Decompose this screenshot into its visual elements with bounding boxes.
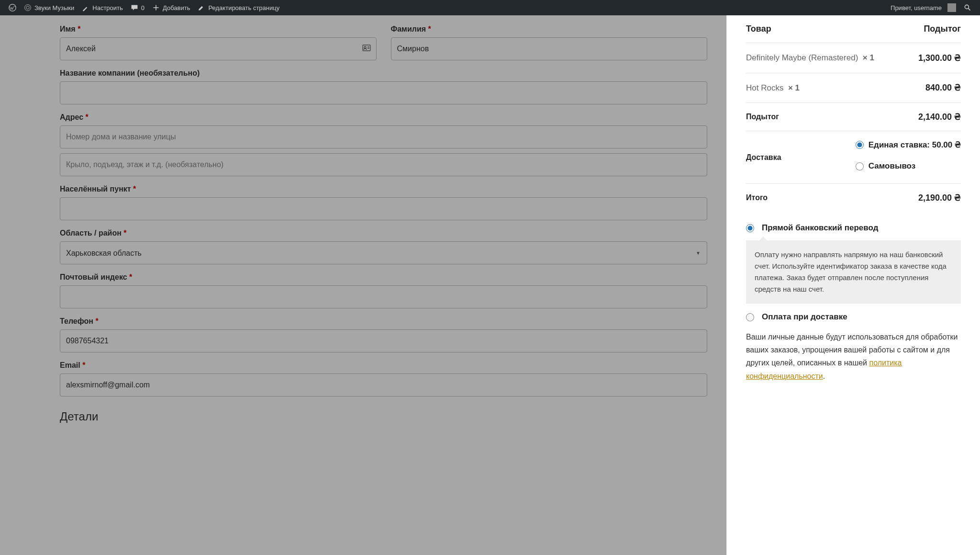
- edit-page-link[interactable]: Редактировать страницу: [194, 0, 283, 15]
- order-item: Hot Rocks × 1 840.00 ₴: [746, 73, 961, 103]
- city-label: Населённый пункт *: [60, 185, 707, 193]
- customize-link[interactable]: Настроить: [78, 0, 127, 15]
- wp-logo[interactable]: [5, 0, 20, 15]
- phone-label: Телефон *: [60, 317, 707, 326]
- privacy-text: Ваши личные данные будут использоваться …: [746, 330, 961, 383]
- shipping-pickup[interactable]: Самовывоз: [856, 161, 961, 171]
- contact-card-icon: [362, 45, 371, 53]
- chevron-down-icon: ▼: [696, 250, 701, 256]
- shipping-label: Доставка: [746, 153, 781, 162]
- svg-point-1: [25, 5, 31, 11]
- region-select[interactable]: Харьковская область: [60, 241, 707, 264]
- email-label: Email *: [60, 361, 707, 370]
- first-name-label: Имя *: [60, 25, 377, 34]
- postcode-input[interactable]: [60, 285, 707, 308]
- avatar: [947, 3, 956, 12]
- company-label: Название компании (необязательно): [60, 69, 707, 78]
- user-greeting-link[interactable]: Привет, username: [887, 0, 960, 15]
- col-subtotal: Подытог: [924, 24, 961, 34]
- address-label: Адрес *: [60, 113, 707, 122]
- payment-desc: Оплату нужно направлять напрямую на наш …: [746, 240, 961, 304]
- svg-point-2: [26, 6, 29, 9]
- address2-input[interactable]: [60, 153, 707, 176]
- phone-input[interactable]: [60, 329, 707, 352]
- site-name: Звуки Музыки: [34, 4, 74, 11]
- postcode-label: Почтовый индекс *: [60, 273, 707, 282]
- city-input[interactable]: [60, 197, 707, 220]
- add-new-link[interactable]: Добавить: [148, 0, 194, 15]
- col-product: Товар: [746, 24, 771, 34]
- total-value: 2,190.00 ₴: [918, 193, 961, 203]
- last-name-input[interactable]: [391, 37, 708, 60]
- address1-input[interactable]: [60, 125, 707, 148]
- region-label: Область / район *: [60, 229, 707, 238]
- payment-cod[interactable]: Оплата при доставке: [746, 312, 961, 322]
- shipping-flatrate[interactable]: Единая ставка: 50.00 ₴: [856, 140, 961, 150]
- billing-form: Имя * Фамилия * Название компании (необя…: [0, 15, 726, 555]
- order-item: Definitely Maybe (Remastered) × 1 1,300.…: [746, 43, 961, 73]
- svg-rect-4: [363, 45, 370, 51]
- site-name-link[interactable]: Звуки Музыки: [20, 0, 78, 15]
- last-name-label: Фамилия *: [391, 25, 708, 34]
- wp-admin-bar: Звуки Музыки Настроить 0 Добавить Редакт…: [0, 0, 980, 15]
- details-heading: Детали: [60, 410, 707, 423]
- subtotal-label: Подытог: [746, 113, 779, 121]
- total-label: Итого: [746, 193, 768, 202]
- comments-link[interactable]: 0: [127, 0, 148, 15]
- first-name-input[interactable]: [60, 37, 377, 60]
- email-input[interactable]: [60, 374, 707, 396]
- search-icon[interactable]: [960, 0, 975, 15]
- svg-point-3: [965, 5, 969, 9]
- subtotal-value: 2,140.00 ₴: [918, 112, 961, 122]
- order-summary: Товар Подытог Definitely Maybe (Remaster…: [726, 15, 980, 555]
- svg-point-5: [364, 46, 366, 48]
- payment-bank-transfer[interactable]: Прямой банковский перевод: [746, 223, 961, 233]
- company-input[interactable]: [60, 81, 707, 104]
